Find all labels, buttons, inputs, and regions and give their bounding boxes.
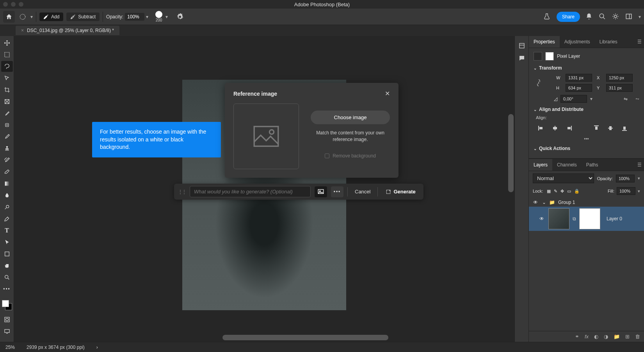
x-input[interactable]: [606, 74, 633, 82]
visibility-icon[interactable]: 👁: [532, 200, 539, 205]
horizontal-scrollbar[interactable]: [222, 335, 388, 340]
layer-opacity-input[interactable]: [616, 175, 635, 182]
drag-handle-icon[interactable]: ⋮⋮: [178, 189, 186, 195]
vertical-scrollbar[interactable]: [508, 114, 514, 192]
add-mask-icon[interactable]: ◐: [594, 334, 598, 339]
search-icon[interactable]: [599, 13, 607, 21]
width-input[interactable]: [566, 74, 592, 82]
tool-preset-picker[interactable]: [18, 12, 27, 21]
layer-thumbnail[interactable]: [548, 208, 569, 229]
marquee-tool[interactable]: [1, 49, 13, 60]
chevron-down-icon[interactable]: ▾: [638, 176, 640, 181]
link-icon[interactable]: ⧉: [573, 216, 576, 222]
chevron-down-icon[interactable]: ▾: [590, 96, 592, 102]
layer-group-row[interactable]: 👁 ⌄ 📁 Group 1: [529, 198, 644, 207]
more-tools[interactable]: •••: [1, 284, 13, 295]
panel-menu-icon[interactable]: ☰: [637, 39, 642, 45]
mask-thumbnail[interactable]: [579, 208, 600, 229]
path-select-tool[interactable]: [1, 237, 13, 248]
idea-icon[interactable]: [612, 13, 620, 21]
brush-tool[interactable]: [1, 131, 13, 142]
choose-image-button[interactable]: Choose image: [311, 111, 390, 124]
maximize-window[interactable]: [19, 2, 23, 7]
object-select-tool[interactable]: [1, 73, 13, 84]
canvas-area[interactable]: For better results, choose an image with…: [14, 36, 514, 342]
close-tab-icon[interactable]: ×: [21, 28, 24, 33]
dodge-tool[interactable]: [1, 202, 13, 213]
subtract-mode-button[interactable]: Subtract: [66, 13, 100, 21]
beaker-icon[interactable]: [543, 13, 551, 21]
panel-menu-icon[interactable]: ☰: [637, 162, 642, 168]
height-input[interactable]: [566, 84, 592, 92]
blur-tool[interactable]: [1, 190, 13, 201]
angle-input[interactable]: [560, 95, 587, 103]
lock-position-icon[interactable]: ✥: [560, 189, 564, 194]
chevron-down-icon[interactable]: ⌄: [542, 200, 546, 205]
align-bottom-icon[interactable]: [620, 124, 629, 132]
chevron-down-icon[interactable]: ▾: [165, 14, 168, 20]
reference-dropzone[interactable]: [233, 104, 299, 169]
lock-paint-icon[interactable]: ✎: [554, 189, 557, 194]
add-mode-button[interactable]: Add: [39, 13, 63, 21]
history-brush-tool[interactable]: [1, 155, 13, 166]
shape-tool[interactable]: [1, 248, 13, 259]
align-hcenter-icon[interactable]: [551, 124, 559, 132]
link-dimensions-icon[interactable]: [536, 78, 541, 88]
more-options-icon[interactable]: •••: [534, 136, 639, 142]
layer-row[interactable]: 👁 ⧉ Layer 0: [529, 207, 644, 231]
chevron-down-icon[interactable]: ▾: [146, 14, 148, 20]
align-left-icon[interactable]: [537, 124, 545, 132]
opacity-input[interactable]: [125, 13, 144, 21]
adjustments-tab[interactable]: Adjustments: [560, 36, 595, 48]
foreground-color[interactable]: [2, 300, 9, 307]
frame-tool[interactable]: [1, 96, 13, 107]
remove-background-checkbox[interactable]: Remove background: [325, 153, 376, 159]
new-adjustment-icon[interactable]: ◑: [604, 334, 608, 339]
properties-tab[interactable]: Properties: [529, 36, 560, 48]
layers-tab[interactable]: Layers: [529, 159, 552, 171]
paths-tab[interactable]: Paths: [582, 159, 603, 171]
pen-tool[interactable]: [1, 213, 13, 224]
close-window[interactable]: [3, 2, 8, 7]
layer-fx-icon[interactable]: fx: [585, 334, 589, 339]
cancel-button[interactable]: Cancel: [352, 187, 374, 196]
chevron-down-icon[interactable]: ▾: [639, 14, 641, 20]
lock-all-icon[interactable]: 🔒: [574, 189, 580, 194]
home-button[interactable]: [3, 11, 15, 23]
share-button[interactable]: Share: [557, 12, 580, 22]
screen-mode-toggle[interactable]: [1, 326, 13, 337]
workspace-switcher[interactable]: [625, 13, 633, 21]
heal-tool[interactable]: [1, 120, 13, 130]
blend-mode-select[interactable]: Normal: [533, 173, 594, 183]
stamp-tool[interactable]: [1, 143, 13, 154]
generate-button[interactable]: Generate: [382, 187, 419, 196]
bell-icon[interactable]: [585, 13, 593, 21]
gradient-tool[interactable]: [1, 178, 13, 189]
lasso-tool[interactable]: [1, 61, 13, 72]
y-input[interactable]: [606, 84, 633, 92]
crop-tool[interactable]: [1, 84, 13, 95]
lock-pixels-icon[interactable]: ▦: [547, 189, 551, 194]
align-right-icon[interactable]: [565, 124, 573, 132]
zoom-tool[interactable]: [1, 272, 13, 283]
panel-icon[interactable]: [518, 42, 525, 49]
libraries-tab[interactable]: Libraries: [595, 36, 622, 48]
close-icon[interactable]: ✕: [385, 90, 390, 97]
quick-mask-toggle[interactable]: [1, 314, 13, 325]
channels-tab[interactable]: Channels: [552, 159, 582, 171]
hand-tool[interactable]: [1, 260, 13, 271]
brush-size-indicator[interactable]: 200: [155, 11, 162, 22]
zoom-level[interactable]: 25%: [5, 345, 15, 350]
minimize-window[interactable]: [11, 2, 16, 7]
eraser-tool[interactable]: [1, 166, 13, 177]
lock-artboard-icon[interactable]: ▭: [567, 189, 571, 194]
document-tab[interactable]: × DSC_0134.jpg @ 25% (Layer 0, RGB/8) *: [16, 26, 119, 35]
transform-section-header[interactable]: ⌄ Transform: [534, 65, 639, 71]
fill-input[interactable]: [617, 187, 635, 195]
align-top-icon[interactable]: [592, 124, 601, 132]
color-swatches[interactable]: [2, 300, 12, 310]
link-layers-icon[interactable]: ⚭: [575, 334, 579, 339]
new-group-icon[interactable]: 📁: [614, 334, 620, 339]
move-tool[interactable]: [1, 38, 13, 48]
eyedropper-tool[interactable]: [1, 108, 13, 119]
